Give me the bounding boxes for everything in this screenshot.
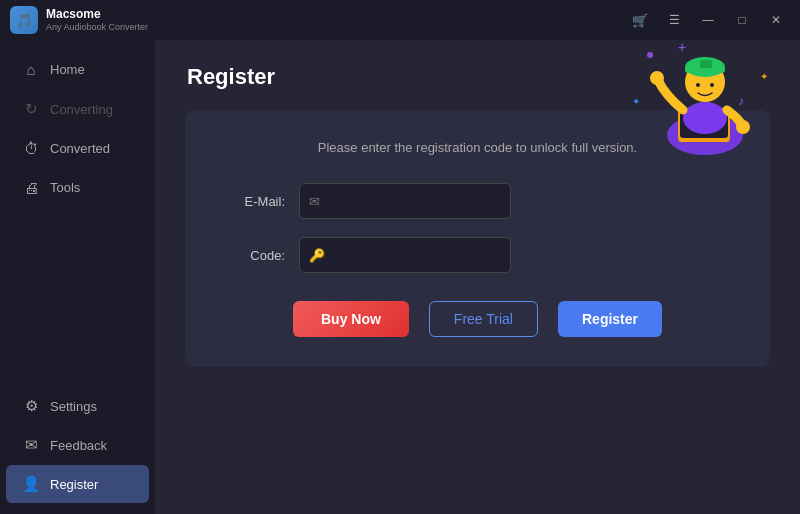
converted-icon: ⏱ <box>22 140 40 157</box>
svg-rect-12 <box>700 60 712 68</box>
sidebar-item-register-label: Register <box>50 477 98 492</box>
sidebar: ⌂ Home ↻ Converting ⏱ Converted 🖨 Tools … <box>0 40 155 514</box>
maximize-icon: □ <box>738 13 745 27</box>
page-title: Register <box>187 64 275 90</box>
sidebar-bottom: ⚙ Settings ✉ Feedback 👤 Register <box>0 386 155 504</box>
app-title: Macsome <box>46 7 148 21</box>
register-header: Register + ✦ ✦ ♪ <box>155 40 800 90</box>
feedback-icon: ✉ <box>22 436 40 454</box>
sidebar-item-converted-label: Converted <box>50 141 110 156</box>
tools-icon: 🖨 <box>22 179 40 196</box>
register-illustration: + ✦ ✦ ♪ <box>620 40 780 160</box>
app-icon: 🎵 <box>10 6 38 34</box>
window-controls: 🛒 ☰ — □ ✕ <box>626 9 790 31</box>
code-input-wrapper: 🔑 <box>299 237 730 273</box>
menu-button[interactable]: ☰ <box>660 9 688 31</box>
svg-text:✦: ✦ <box>760 71 768 82</box>
svg-point-8 <box>683 102 727 134</box>
settings-icon: ⚙ <box>22 397 40 415</box>
svg-text:♪: ♪ <box>738 94 744 108</box>
sidebar-item-converting-label: Converting <box>50 102 113 117</box>
minimize-button[interactable]: — <box>694 9 722 31</box>
cart-button[interactable]: 🛒 <box>626 9 654 31</box>
buy-now-button[interactable]: Buy Now <box>293 301 409 337</box>
sidebar-item-converting: ↻ Converting <box>6 90 149 128</box>
sidebar-item-feedback-label: Feedback <box>50 438 107 453</box>
email-label: E-Mail: <box>225 194 285 209</box>
title-bar: 🎵 Macsome Any Audiobook Converter 🛒 ☰ — … <box>0 0 800 40</box>
main-layout: ⌂ Home ↻ Converting ⏱ Converted 🖨 Tools … <box>0 40 800 514</box>
sidebar-item-settings-label: Settings <box>50 399 97 414</box>
register-icon: 👤 <box>22 475 40 493</box>
sidebar-item-home[interactable]: ⌂ Home <box>6 51 149 88</box>
email-input[interactable] <box>299 183 511 219</box>
sidebar-item-converted[interactable]: ⏱ Converted <box>6 130 149 167</box>
sidebar-item-feedback[interactable]: ✉ Feedback <box>6 426 149 464</box>
code-row: Code: 🔑 <box>225 237 730 273</box>
menu-icon: ☰ <box>669 13 680 27</box>
sidebar-item-register[interactable]: 👤 Register <box>6 465 149 503</box>
register-button[interactable]: Register <box>558 301 662 337</box>
svg-text:+: + <box>678 40 686 55</box>
form-actions: Buy Now Free Trial Register <box>225 301 730 337</box>
svg-point-13 <box>696 83 700 87</box>
maximize-button[interactable]: □ <box>728 9 756 31</box>
app-branding: 🎵 Macsome Any Audiobook Converter <box>10 6 148 34</box>
app-name-block: Macsome Any Audiobook Converter <box>46 7 148 32</box>
svg-text:✦: ✦ <box>632 96 640 107</box>
close-button[interactable]: ✕ <box>762 9 790 31</box>
cart-icon: 🛒 <box>632 13 648 28</box>
svg-point-0 <box>647 52 653 58</box>
home-icon: ⌂ <box>22 61 40 78</box>
svg-point-14 <box>710 83 714 87</box>
app-subtitle: Any Audiobook Converter <box>46 22 148 33</box>
svg-point-16 <box>736 120 750 134</box>
free-trial-button[interactable]: Free Trial <box>429 301 538 337</box>
sidebar-item-settings[interactable]: ⚙ Settings <box>6 387 149 425</box>
sidebar-item-tools[interactable]: 🖨 Tools <box>6 169 149 206</box>
close-icon: ✕ <box>771 13 781 27</box>
svg-point-15 <box>650 71 664 85</box>
content-area: Register + ✦ ✦ ♪ <box>155 40 800 514</box>
code-label: Code: <box>225 248 285 263</box>
app-icon-symbol: 🎵 <box>16 13 32 28</box>
code-input[interactable] <box>299 237 511 273</box>
converting-icon: ↻ <box>22 100 40 118</box>
sidebar-item-tools-label: Tools <box>50 180 80 195</box>
email-input-wrapper: ✉ <box>299 183 730 219</box>
sidebar-item-home-label: Home <box>50 62 85 77</box>
email-row: E-Mail: ✉ <box>225 183 730 219</box>
minimize-icon: — <box>702 13 714 27</box>
